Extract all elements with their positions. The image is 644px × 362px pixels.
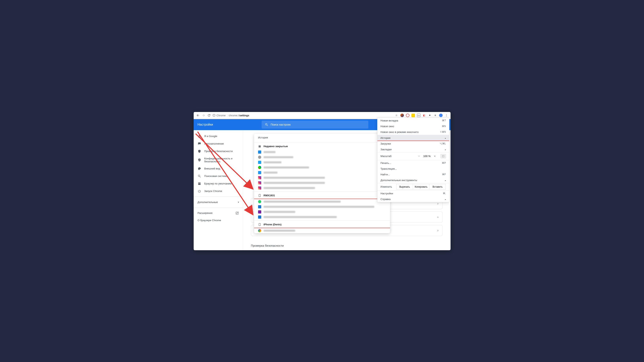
- history-item[interactable]: [254, 175, 390, 180]
- history-item[interactable]: [254, 204, 390, 209]
- menu-incognito[interactable]: Новое окно в режиме инкогнито⇧⌘N: [378, 129, 449, 135]
- security-title: Проверка безопасности: [251, 244, 443, 247]
- history-item[interactable]: [254, 160, 390, 165]
- copy-button[interactable]: Копировать: [413, 184, 430, 190]
- url-bar[interactable]: Chrome | chrome://settings: [212, 114, 393, 117]
- sidebar: Я и Google Автозаполнение Проверка безоп…: [194, 130, 243, 250]
- chevron-right-icon: [437, 229, 438, 232]
- search-icon: [265, 123, 268, 126]
- fullscreen-button[interactable]: [440, 154, 446, 158]
- back-button[interactable]: [196, 113, 200, 117]
- reload-button[interactable]: [207, 113, 211, 117]
- sidebar-item-advanced[interactable]: Дополнительные▾: [194, 198, 243, 206]
- device-iphone[interactable]: iPhone (Denis): [254, 221, 390, 228]
- history-item[interactable]: [254, 209, 390, 214]
- sidebar-item-security-check[interactable]: Проверка безопасности: [194, 148, 243, 155]
- ext-icon-1[interactable]: [400, 114, 404, 117]
- menu-cast[interactable]: Трансляция...: [378, 166, 449, 172]
- extension-icons: ☆ ▭ ◧ ✦ ≡ ⋮: [395, 114, 448, 117]
- device-rmx1931[interactable]: RMX1931: [254, 192, 390, 199]
- url-prefix: Chrome: [216, 114, 226, 117]
- history-item[interactable]: [254, 180, 390, 185]
- menu-history[interactable]: История: [378, 135, 449, 141]
- ext-icon-2[interactable]: [406, 114, 410, 117]
- media-icon[interactable]: ≡: [434, 114, 437, 117]
- menu-settings[interactable]: Настройки⌘,: [378, 191, 449, 196]
- history-item[interactable]: [254, 170, 390, 175]
- history-title: История: [258, 136, 268, 139]
- menu-edit: Изменить Вырезать Копировать Вставить: [378, 183, 449, 190]
- ext-icon-5[interactable]: ◧: [422, 114, 426, 117]
- settings-title: Настройки: [198, 123, 257, 126]
- kebab-menu-icon[interactable]: ⋮: [444, 114, 448, 117]
- ext-icon-3[interactable]: [412, 114, 415, 117]
- chevron-right-icon: [445, 198, 446, 201]
- chevron-right-icon: [437, 215, 438, 219]
- menu-find[interactable]: Найти...⌘F: [378, 172, 449, 177]
- sidebar-item-extensions[interactable]: Расширения: [194, 209, 243, 217]
- chevron-right-icon: [445, 136, 446, 139]
- forward-button[interactable]: [202, 113, 206, 117]
- menu-print[interactable]: Печать...⌘P: [378, 160, 449, 166]
- recently-closed-header: Недавно закрытые: [254, 143, 390, 149]
- zoom-in-button[interactable]: +: [432, 154, 437, 159]
- ext-icon-4[interactable]: ▭: [417, 114, 420, 117]
- sidebar-item-privacy[interactable]: Конфиденциальность и безопасность: [194, 155, 243, 165]
- sidebar-item-search[interactable]: Поисковая система: [194, 172, 243, 180]
- sidebar-item-google[interactable]: Я и Google: [194, 132, 243, 140]
- search-input[interactable]: Поиск настроек: [262, 121, 368, 129]
- tab-icon: [258, 145, 261, 148]
- menu-new-tab[interactable]: Новая вкладка⌘T: [378, 118, 449, 123]
- history-item[interactable]: [254, 214, 390, 220]
- chevron-right-icon: [445, 148, 446, 151]
- search-placeholder: Поиск настроек: [271, 123, 291, 126]
- sidebar-item-autofill[interactable]: Автозаполнение: [194, 140, 243, 148]
- external-link-icon: [235, 211, 239, 215]
- star-icon[interactable]: ☆: [395, 114, 398, 117]
- paste-button[interactable]: Вставить: [430, 184, 446, 190]
- history-item[interactable]: ⇧⌘T: [254, 149, 390, 155]
- history-item[interactable]: [254, 155, 390, 160]
- sidebar-item-appearance[interactable]: Внешний вид: [194, 165, 243, 172]
- history-item[interactable]: [254, 185, 390, 191]
- menu-help[interactable]: Справка: [378, 196, 449, 202]
- chevron-right-icon: [445, 179, 446, 182]
- sidebar-item-startup[interactable]: Запуск Chrome: [194, 187, 243, 195]
- avatar-icon[interactable]: [439, 114, 443, 117]
- phone-icon: [258, 194, 261, 197]
- extensions-icon[interactable]: ✦: [428, 114, 432, 117]
- main-menu: Новая вкладка⌘T Новое окно⌘N Новое окно …: [377, 117, 449, 202]
- phone-icon: [258, 223, 261, 226]
- menu-new-window[interactable]: Новое окно⌘N: [378, 123, 449, 129]
- chevron-right-icon: [437, 202, 438, 205]
- sidebar-item-default-browser[interactable]: Браузер по умолчанию: [194, 180, 243, 187]
- history-item[interactable]: [254, 199, 390, 204]
- menu-downloads[interactable]: Загрузки⌥⌘L: [378, 141, 449, 147]
- history-item[interactable]: [254, 228, 390, 233]
- zoom-value: 100 %: [423, 155, 431, 158]
- zoom-out-button[interactable]: −: [417, 154, 422, 159]
- history-submenu: История ⌘Y Недавно закрытые ⇧⌘T RMX1931 …: [254, 134, 390, 233]
- sidebar-item-about[interactable]: О браузере Chrome: [194, 217, 243, 224]
- menu-more-tools[interactable]: Дополнительные инструменты: [378, 177, 449, 183]
- history-item[interactable]: [254, 165, 390, 170]
- menu-zoom: Масштаб − 100 % +: [378, 152, 449, 160]
- browser-window: Chrome | chrome://settings ☆ ▭ ◧ ✦ ≡ ⋮ Н…: [194, 112, 450, 250]
- cut-button[interactable]: Вырезать: [396, 184, 413, 190]
- menu-bookmarks[interactable]: Закладки: [378, 147, 449, 152]
